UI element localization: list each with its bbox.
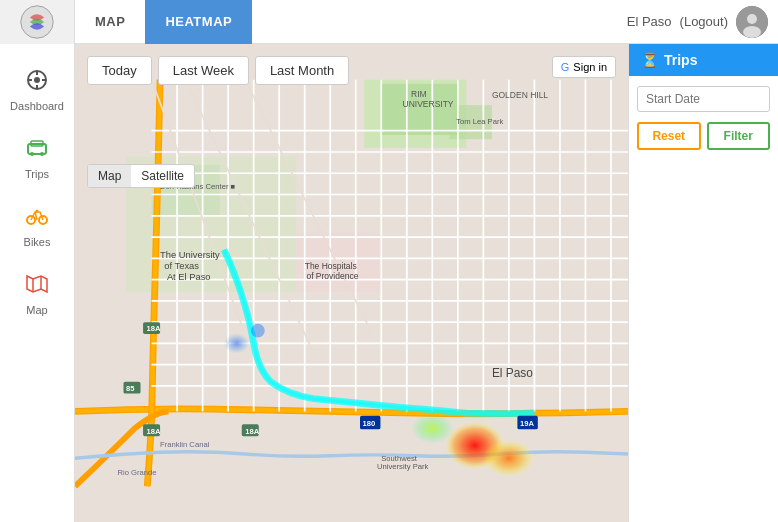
map-label: Map: [26, 304, 47, 316]
svg-point-3: [743, 26, 761, 38]
sidebar-item-trips[interactable]: Trips: [0, 127, 74, 190]
svg-point-5: [34, 77, 40, 83]
trips-label: Trips: [25, 168, 49, 180]
svg-point-12: [30, 152, 34, 156]
sidebar-item-bikes[interactable]: Bikes: [0, 195, 74, 258]
svg-text:Franklin Canal: Franklin Canal: [160, 440, 210, 449]
map-type-buttons: Map Satellite: [87, 164, 195, 188]
panel-action-buttons: Reset Filter: [629, 122, 778, 150]
svg-text:18A: 18A: [146, 324, 160, 333]
svg-text:El Paso: El Paso: [492, 366, 533, 380]
bikes-label: Bikes: [24, 236, 51, 248]
username-label: El Paso: [627, 14, 672, 29]
last-month-button[interactable]: Last Month: [255, 56, 349, 85]
svg-text:18A: 18A: [245, 427, 259, 436]
svg-text:18A: 18A: [146, 427, 160, 436]
svg-text:Southwest: Southwest: [381, 454, 418, 463]
google-g-icon: G: [561, 61, 570, 73]
dashboard-label: Dashboard: [10, 100, 64, 112]
svg-text:UNIVERSITY: UNIVERSITY: [403, 99, 454, 109]
map-svg: The University of Texas At El Paso The H…: [75, 44, 628, 522]
trips-header-icon: ⏳: [641, 52, 658, 68]
svg-text:At El Paso: At El Paso: [167, 272, 211, 282]
svg-point-2: [747, 14, 757, 24]
nav-tabs: MAP HEATMAP: [75, 0, 252, 43]
logo: [0, 0, 75, 44]
trips-panel-header: ⏳ Trips: [629, 44, 778, 76]
dashboard-icon: [26, 69, 48, 96]
svg-text:University Park: University Park: [377, 462, 429, 471]
svg-text:Tom Lea Park: Tom Lea Park: [456, 117, 503, 126]
svg-point-16: [36, 210, 39, 213]
map-type-satellite[interactable]: Satellite: [131, 165, 194, 187]
svg-text:85: 85: [126, 384, 135, 393]
svg-point-13: [40, 152, 44, 156]
svg-point-31: [251, 324, 265, 338]
reset-button[interactable]: Reset: [637, 122, 701, 150]
svg-text:The Hospitals: The Hospitals: [305, 261, 357, 271]
today-button[interactable]: Today: [87, 56, 152, 85]
trips-icon: [26, 137, 48, 164]
map-type-map[interactable]: Map: [88, 165, 131, 187]
trips-header-label: Trips: [664, 52, 697, 68]
svg-text:The University: The University: [160, 250, 220, 260]
tab-heatmap[interactable]: HEATMAP: [145, 0, 252, 44]
map-area: Today Last Week Last Month: [75, 44, 628, 522]
svg-text:RIM: RIM: [411, 89, 427, 99]
google-signin-button[interactable]: G Sign in: [552, 56, 616, 78]
svg-text:of Providence: of Providence: [306, 271, 358, 281]
map-background: The University of Texas At El Paso The H…: [75, 44, 628, 522]
sidebar-item-dashboard[interactable]: Dashboard: [0, 59, 74, 122]
sidebar: Dashboard Trips: [0, 44, 75, 522]
logo-icon: [19, 4, 55, 40]
sidebar-item-map[interactable]: Map: [0, 263, 74, 326]
svg-point-30: [224, 333, 250, 353]
svg-text:GOLDEN HILL: GOLDEN HILL: [492, 90, 548, 100]
signin-label: Sign in: [573, 61, 607, 73]
start-date-input[interactable]: [637, 86, 770, 112]
time-filter-controls: Today Last Week Last Month: [87, 56, 349, 85]
svg-text:180: 180: [363, 419, 376, 428]
svg-point-28: [483, 440, 534, 477]
svg-marker-17: [27, 276, 47, 292]
bikes-icon: [26, 205, 48, 232]
svg-text:Rio Grande: Rio Grande: [118, 468, 157, 477]
user-menu: El Paso (Logout): [627, 6, 778, 38]
tab-map[interactable]: MAP: [75, 0, 145, 44]
logout-label[interactable]: (Logout): [680, 14, 728, 29]
svg-point-29: [411, 413, 454, 444]
map-sidebar-icon: [26, 273, 48, 300]
main-content: Dashboard Trips: [0, 44, 778, 522]
svg-text:of Texas: of Texas: [164, 261, 199, 271]
last-week-button[interactable]: Last Week: [158, 56, 249, 85]
filter-button[interactable]: Filter: [707, 122, 771, 150]
avatar: [736, 6, 768, 38]
svg-text:19A: 19A: [520, 419, 534, 428]
top-navigation: MAP HEATMAP El Paso (Logout): [0, 0, 778, 44]
right-panel: ⏳ Trips Reset Filter: [628, 44, 778, 522]
